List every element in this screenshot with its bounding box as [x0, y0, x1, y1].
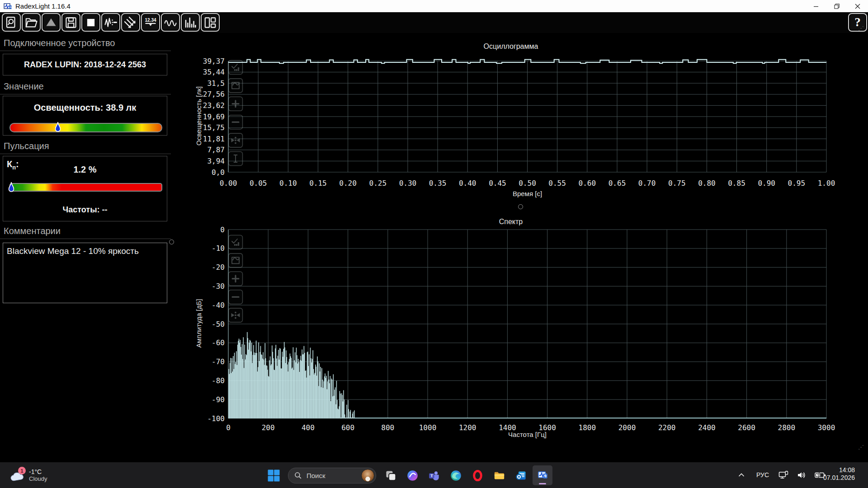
tray-time: 14:08 — [823, 466, 855, 474]
measure-settings-button[interactable] — [101, 13, 120, 32]
teams-button[interactable]: T — [424, 465, 444, 485]
spectrum-plot[interactable]: 0-10-20-30-40-50-60-70-80-90-10002004006… — [172, 224, 850, 438]
network-icon[interactable] — [776, 470, 791, 480]
x-tick-label: 0.85 — [728, 179, 745, 188]
range-tool-icon[interactable] — [229, 253, 243, 267]
window-title: RadexLight 1.16.4 — [15, 2, 71, 10]
app-logo-icon — [4, 3, 12, 10]
pulsation-scale-bar — [9, 183, 162, 192]
task-view-icon — [385, 469, 397, 482]
open-file-button[interactable] — [22, 13, 41, 32]
illuminance-scale-bar — [9, 123, 162, 132]
oscillogram-view-button[interactable] — [161, 13, 180, 32]
close-button[interactable] — [847, 0, 868, 12]
x-tick-label: 0.65 — [609, 179, 626, 188]
cursor-tool-icon[interactable] — [229, 152, 243, 166]
copilot-button[interactable] — [402, 465, 422, 485]
zoom-in-tool-icon[interactable] — [229, 97, 243, 111]
x-tick-label: 0.30 — [399, 179, 417, 188]
search-icon — [294, 472, 302, 479]
minimize-button[interactable] — [806, 0, 826, 12]
upload-button[interactable] — [42, 13, 61, 32]
fit-tool-icon[interactable] — [229, 308, 243, 322]
y-tick-label: -30 — [212, 282, 225, 291]
zoom-in-tool-icon[interactable] — [229, 272, 243, 286]
maximize-button[interactable] — [826, 0, 847, 12]
oscillogram-title: Осциллограмма — [172, 42, 850, 51]
x-tick-label: 0.75 — [668, 179, 686, 188]
pulse-settings-icon — [104, 16, 118, 29]
y-tick-label: -10 — [212, 244, 225, 253]
oscillogram-plot[interactable]: 39,3735,4431,527,5623,6219,6915,7511,817… — [172, 53, 850, 193]
help-button[interactable]: ? — [848, 13, 867, 32]
select-tool-icon[interactable] — [229, 235, 243, 249]
taskbar-center: Поиск T — [264, 465, 552, 486]
y-tick-label: -40 — [212, 301, 225, 310]
zoom-out-tool-icon[interactable] — [229, 290, 243, 304]
tray-chevron-up-icon[interactable] — [735, 469, 748, 481]
opera-icon — [472, 469, 484, 482]
copilot-icon — [406, 469, 419, 482]
weather-widget-button[interactable]: 1 -1°C Cloudy — [5, 464, 78, 486]
x-tick-label: 0.20 — [339, 179, 357, 188]
numeric-view-button[interactable]: 12.34 — [141, 13, 160, 32]
value-box: Освещенность: 38.9 лк — [3, 96, 167, 136]
charts-splitter-handle[interactable] — [518, 204, 523, 209]
stop-button[interactable] — [81, 13, 100, 32]
clock[interactable]: 14:08 07.01.2026 — [821, 466, 858, 482]
y-tick-label: 11,81 — [203, 135, 225, 143]
floppy-icon — [64, 16, 78, 29]
y-tick-label: -90 — [212, 395, 225, 404]
start-button[interactable] — [264, 465, 283, 485]
y-tick-label: 3,94 — [207, 157, 225, 165]
y-tick-label: -70 — [212, 357, 225, 366]
windows-logo-icon — [268, 469, 280, 482]
backlight-test-button[interactable] — [121, 13, 140, 32]
comments-input[interactable]: Blackview Mega 12 - 10% яркость — [3, 243, 167, 303]
y-tick-label: 39,37 — [203, 57, 225, 66]
open-folder-icon — [24, 16, 38, 29]
rays-icon — [124, 16, 137, 29]
edge-icon — [450, 469, 462, 482]
x-tick-label: 0.35 — [429, 179, 447, 188]
radexlight-button[interactable] — [533, 465, 552, 485]
illuminance-marker-icon — [55, 122, 61, 133]
spectrum-view-button[interactable] — [181, 13, 200, 32]
file-explorer-button[interactable] — [489, 465, 509, 485]
x-tick-label: 0.55 — [548, 179, 566, 188]
device-search-button[interactable] — [2, 13, 21, 32]
wave-icon — [164, 16, 177, 29]
zoom-out-tool-icon[interactable] — [229, 115, 243, 129]
x-tick-label: 0.40 — [459, 179, 476, 188]
y-tick-label: 19,69 — [203, 113, 225, 121]
y-tick-label: 15,75 — [203, 123, 225, 132]
radexlight-icon — [537, 469, 549, 482]
layout-view-button[interactable] — [201, 13, 220, 32]
kp-value: 1.2 % — [3, 164, 167, 175]
task-view-button[interactable] — [381, 465, 401, 485]
explorer-icon — [493, 469, 505, 482]
weather-badge: 1 — [18, 467, 26, 474]
outlook-button[interactable] — [511, 465, 531, 485]
x-tick-label: 0.15 — [309, 179, 327, 188]
eject-icon — [44, 16, 58, 29]
opera-button[interactable] — [467, 465, 487, 485]
y-tick-label: 27,56 — [203, 90, 225, 99]
volume-icon[interactable] — [794, 471, 809, 479]
toolbar-resize-grip[interactable]: ⋰ — [858, 25, 864, 32]
weather-temperature: -1°C — [29, 468, 47, 475]
range-tool-icon[interactable] — [229, 79, 243, 93]
save-button[interactable] — [61, 13, 80, 32]
language-indicator[interactable]: РУС — [752, 469, 773, 481]
fit-tool-icon[interactable] — [229, 133, 243, 147]
x-tick-label: 0.45 — [489, 179, 506, 188]
y-tick-label: 0,0 — [212, 168, 225, 177]
active-app-indicator — [539, 483, 546, 484]
outlook-icon — [515, 469, 527, 482]
taskbar-search[interactable]: Поиск — [288, 468, 376, 483]
comments-section-header: Комментарии — [0, 226, 171, 239]
spectrum-resize-grip[interactable]: ⋰ — [858, 444, 864, 450]
x-tick-label: 0.60 — [579, 179, 596, 188]
stop-icon — [84, 16, 98, 29]
edge-button[interactable] — [446, 465, 466, 485]
